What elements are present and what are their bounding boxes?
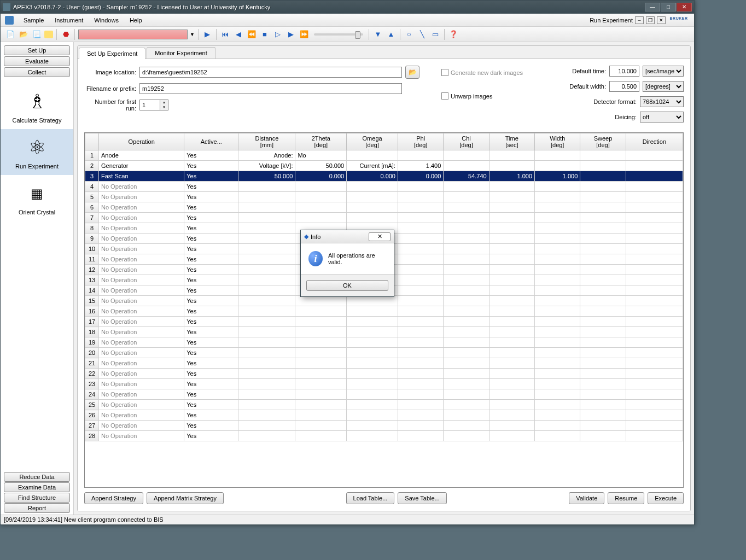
cell[interactable]: [580, 379, 626, 389]
cell-active[interactable]: Yes: [184, 317, 238, 327]
cell[interactable]: [238, 234, 295, 244]
cell[interactable]: Voltage [kV]:: [238, 161, 295, 171]
table-row[interactable]: 2GeneratorYesVoltage [kV]:50.000Current …: [85, 161, 683, 171]
cell[interactable]: [626, 213, 683, 223]
cell-active[interactable]: Yes: [184, 400, 238, 410]
cell[interactable]: [238, 296, 295, 306]
cell[interactable]: [580, 358, 626, 369]
cell[interactable]: [398, 379, 443, 389]
cell[interactable]: [238, 400, 295, 410]
column-header[interactable]: Phi[deg]: [398, 133, 443, 150]
table-row[interactable]: 19No OperationYes: [85, 337, 683, 348]
cell[interactable]: [535, 192, 580, 202]
cell[interactable]: [444, 348, 489, 358]
cell-operation[interactable]: No Operation: [99, 358, 184, 369]
table-row[interactable]: 26No OperationYes: [85, 410, 683, 421]
row-number[interactable]: 12: [85, 265, 99, 275]
cell-operation[interactable]: No Operation: [99, 213, 184, 223]
sidebar-setup-button[interactable]: Set Up: [4, 45, 70, 55]
sidebar-examine-button[interactable]: Examine Data: [4, 482, 70, 492]
cell[interactable]: [535, 161, 580, 171]
cell[interactable]: [580, 296, 626, 306]
doc2-icon[interactable]: 📃: [31, 29, 42, 40]
cell[interactable]: [444, 223, 489, 234]
cell[interactable]: [238, 431, 295, 441]
cell[interactable]: [238, 244, 295, 254]
cell-operation[interactable]: No Operation: [99, 244, 184, 254]
cell[interactable]: [238, 317, 295, 327]
cell[interactable]: [489, 234, 534, 244]
help-icon[interactable]: ❓: [448, 29, 459, 40]
detector-format-select[interactable]: 768x1024: [640, 96, 684, 107]
sidebar-item-calculate-strategy[interactable]: ♗ Calculate Strategy: [1, 83, 73, 129]
cell-operation[interactable]: No Operation: [99, 202, 184, 213]
cell-active[interactable]: Yes: [184, 171, 238, 182]
table-row[interactable]: 15No OperationYes: [85, 296, 683, 306]
cell[interactable]: [398, 369, 443, 379]
cell[interactable]: [295, 202, 347, 213]
cell[interactable]: Anode:: [238, 150, 295, 161]
cell[interactable]: [535, 410, 580, 421]
cell-operation[interactable]: No Operation: [99, 182, 184, 192]
image-location-input[interactable]: [139, 67, 402, 78]
cell-operation[interactable]: No Operation: [99, 400, 184, 410]
cell-active[interactable]: Yes: [184, 285, 238, 296]
table-row[interactable]: 6No OperationYes: [85, 202, 683, 213]
cell[interactable]: [535, 296, 580, 306]
mdi-minimize-button[interactable]: –: [635, 16, 644, 24]
speed-slider[interactable]: [314, 33, 363, 36]
cell[interactable]: [347, 327, 398, 337]
cell[interactable]: [580, 317, 626, 327]
cell[interactable]: [626, 317, 683, 327]
cell[interactable]: [398, 265, 443, 275]
cell[interactable]: [295, 327, 347, 337]
cell[interactable]: [580, 348, 626, 358]
cell[interactable]: [398, 213, 443, 223]
cell[interactable]: [580, 254, 626, 265]
cell[interactable]: [580, 244, 626, 254]
cell-active[interactable]: Yes: [184, 192, 238, 202]
load-table-button[interactable]: Load Table...: [346, 492, 395, 504]
row-number[interactable]: 14: [85, 285, 99, 296]
cell[interactable]: [444, 410, 489, 421]
cell[interactable]: [295, 182, 347, 192]
cell-active[interactable]: Yes: [184, 348, 238, 358]
sidebar-evaluate-button[interactable]: Evaluate: [4, 56, 70, 66]
cell[interactable]: [535, 379, 580, 389]
cell[interactable]: [626, 337, 683, 348]
cell[interactable]: [444, 327, 489, 337]
cell[interactable]: [489, 244, 534, 254]
cell[interactable]: [580, 223, 626, 234]
cell[interactable]: [238, 182, 295, 192]
cell[interactable]: [238, 285, 295, 296]
cell[interactable]: [444, 431, 489, 441]
cell[interactable]: [626, 306, 683, 317]
cell[interactable]: [398, 234, 443, 244]
number-spinner[interactable]: ▲▼: [139, 100, 168, 110]
cell[interactable]: [580, 389, 626, 400]
cell[interactable]: [535, 254, 580, 265]
cell[interactable]: [626, 421, 683, 431]
cell[interactable]: [444, 275, 489, 285]
rect-tool-icon[interactable]: ▭: [430, 29, 441, 40]
cell[interactable]: [626, 161, 683, 171]
row-number[interactable]: 4: [85, 182, 99, 192]
default-width-input[interactable]: [609, 81, 639, 92]
cell[interactable]: Mo: [295, 150, 347, 161]
row-number[interactable]: 23: [85, 379, 99, 389]
cell-operation[interactable]: No Operation: [99, 379, 184, 389]
cell[interactable]: [444, 161, 489, 171]
cell[interactable]: [238, 306, 295, 317]
cell[interactable]: [398, 317, 443, 327]
cell[interactable]: [626, 265, 683, 275]
cell[interactable]: [238, 223, 295, 234]
cell[interactable]: [535, 275, 580, 285]
column-header[interactable]: Distance[mm]: [238, 133, 295, 150]
cell[interactable]: [295, 389, 347, 400]
cell-operation[interactable]: No Operation: [99, 265, 184, 275]
cell[interactable]: [580, 213, 626, 223]
cell[interactable]: [626, 431, 683, 441]
cell[interactable]: [626, 369, 683, 379]
cell[interactable]: [626, 348, 683, 358]
cell[interactable]: [444, 244, 489, 254]
